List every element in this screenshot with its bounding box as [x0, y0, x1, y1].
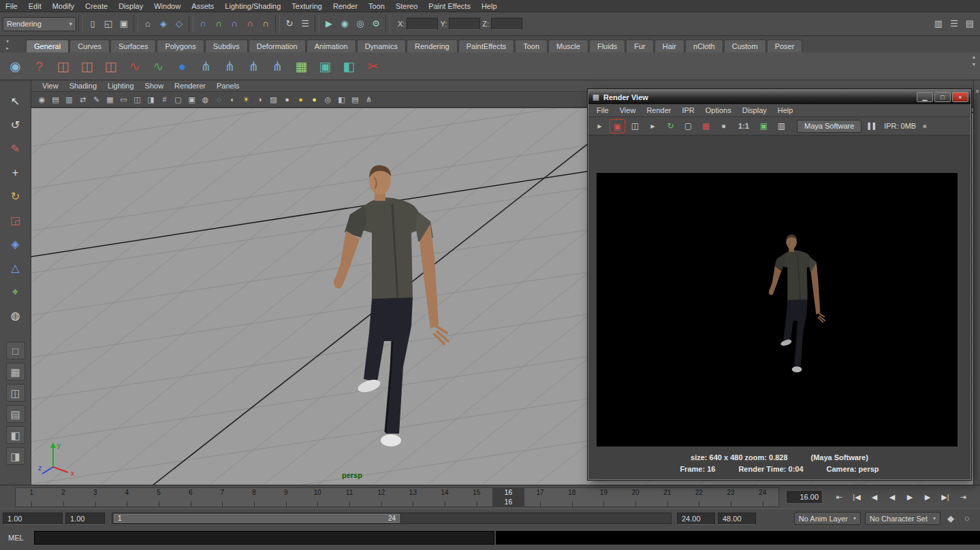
scale-tool-icon[interactable]: ◲: [5, 210, 26, 231]
frame-tick[interactable]: 7: [206, 488, 238, 506]
soft-modification-icon[interactable]: △: [5, 258, 26, 278]
low-quality-icon[interactable]: ●: [281, 93, 294, 106]
menu-item[interactable]: Toon: [363, 0, 390, 12]
step-forward-key-button[interactable]: ▶|: [937, 489, 953, 504]
menu-item[interactable]: Paint Effects: [423, 0, 476, 12]
panel-menu-item[interactable]: Panels: [211, 80, 245, 92]
channel-box-toggle-icon[interactable]: ▤: [962, 16, 977, 31]
menu-item[interactable]: File: [0, 0, 23, 12]
frame-tick[interactable]: 9: [270, 488, 302, 506]
frame-tick[interactable]: 4: [111, 488, 143, 506]
paint-effects-red-brush-icon[interactable]: ∿: [123, 55, 146, 78]
command-line-input[interactable]: [34, 531, 494, 545]
close-button[interactable]: ×: [952, 92, 968, 102]
step-back-frame-button[interactable]: ◀: [866, 489, 883, 504]
shading-node-tree-icon[interactable]: ⋔: [219, 55, 241, 78]
isolate-select-icon[interactable]: ◎: [321, 93, 334, 106]
go-to-end-button[interactable]: ⇥: [955, 489, 971, 504]
render-view-menu-item[interactable]: Help: [772, 104, 799, 117]
auto-keyframe-toggle-icon[interactable]: ○: [960, 511, 975, 526]
render-view-menu-item[interactable]: IPR: [676, 104, 699, 117]
playback-start-field[interactable]: 1.00: [65, 513, 105, 525]
create-camera-icon[interactable]: ◫: [52, 55, 74, 78]
toggle-region-icon[interactable]: ▣: [756, 119, 772, 133]
render-region-icon[interactable]: ▣: [610, 119, 625, 133]
make-live-icon[interactable]: ∩: [258, 16, 273, 31]
shading-node-down-icon[interactable]: ⋔: [266, 55, 289, 78]
paint-effects-green-brush-icon[interactable]: ∿: [147, 55, 170, 78]
refresh-render-icon[interactable]: ↻: [663, 119, 678, 133]
create-camera-aim-icon[interactable]: ◫: [76, 55, 98, 78]
snap-to-view-plane-icon[interactable]: ∩: [242, 16, 257, 31]
last-tool-icon[interactable]: ◍: [5, 306, 26, 326]
environment-sphere-icon[interactable]: ●: [171, 55, 193, 78]
two-d-pan-zoom-icon[interactable]: ⇄: [76, 93, 89, 106]
open-render-view-icon[interactable]: ▶: [321, 16, 336, 31]
field-chart-icon[interactable]: #: [158, 93, 171, 106]
frame-tick[interactable]: 21: [651, 488, 683, 506]
render-help-icon[interactable]: ?: [28, 55, 50, 78]
step-back-key-button[interactable]: |◀: [849, 489, 865, 504]
close-icon[interactable]: ✕: [974, 88, 980, 95]
pause-ipr-icon[interactable]: ▌▌: [868, 123, 878, 129]
layout-persp-outliner-icon[interactable]: ◧: [6, 426, 25, 444]
shelf-tab[interactable]: Fur: [626, 39, 654, 52]
textured-icon[interactable]: ▨: [267, 93, 280, 106]
range-slider-bar[interactable]: 1 24: [114, 514, 400, 523]
menu-item[interactable]: Display: [113, 0, 148, 12]
render-image-area[interactable]: [597, 173, 958, 447]
shelf-tab[interactable]: Curves: [69, 39, 110, 52]
share-view-icon[interactable]: ⋔: [362, 93, 375, 106]
lighting-icon[interactable]: ☀: [240, 93, 253, 106]
frame-tick[interactable]: 19: [588, 488, 620, 506]
shading-group-icon[interactable]: ▣: [314, 55, 336, 78]
safe-title-icon[interactable]: ▣: [185, 93, 198, 106]
shelf-tab[interactable]: Surfaces: [110, 39, 156, 52]
snap-to-curve-icon[interactable]: ∩: [211, 16, 226, 31]
render-settings-icon[interactable]: ⚙: [368, 16, 383, 31]
collapsed-side-panel[interactable]: ✕: [973, 80, 980, 485]
menu-item[interactable]: Modify: [47, 0, 80, 12]
list-input-output-icon[interactable]: ☰: [298, 16, 313, 31]
shading-node-network-icon[interactable]: ⋔: [195, 55, 217, 78]
render-current-frame-icon[interactable]: ◉: [337, 16, 352, 31]
new-scene-icon[interactable]: ▯: [85, 16, 100, 31]
grid-toggle-icon[interactable]: ▦: [104, 93, 116, 106]
panel-menu-item[interactable]: Shading: [64, 80, 102, 92]
redo-previous-render-icon[interactable]: ▸: [592, 119, 607, 133]
display-rgb-channels-icon[interactable]: ▦: [698, 119, 714, 133]
frame-tick[interactable]: 23: [715, 488, 747, 506]
ipr-redo-icon[interactable]: ▸: [645, 119, 661, 133]
frame-tick[interactable]: 14: [429, 488, 461, 506]
shadows-icon[interactable]: ◑: [253, 93, 266, 106]
outliner-toggle-icon[interactable]: ▤: [349, 93, 362, 106]
safe-action-icon[interactable]: ▢: [172, 93, 185, 106]
panel-menu-item[interactable]: Lighting: [102, 80, 140, 92]
panel-menu-item[interactable]: View: [37, 80, 64, 92]
universal-manipulator-icon[interactable]: ◈: [5, 234, 26, 255]
render-view-menu-item[interactable]: Render: [641, 104, 676, 117]
snapshot-icon[interactable]: ◫: [627, 119, 643, 133]
shelf-tab[interactable]: Polygons: [157, 39, 204, 52]
frame-tick[interactable]: 1: [16, 488, 48, 506]
snap-to-grid-icon[interactable]: ∩: [195, 16, 210, 31]
menu-item[interactable]: Render: [328, 0, 363, 12]
film-gate-icon[interactable]: ▭: [117, 93, 130, 106]
high-quality-icon[interactable]: ●: [308, 93, 321, 106]
frame-tick[interactable]: 8: [238, 488, 270, 506]
menu-item[interactable]: Lighting/Shading: [219, 0, 286, 12]
shelf-tab[interactable]: Subdivs: [205, 39, 248, 52]
render-region-marquee-icon[interactable]: ▢: [680, 119, 696, 133]
shelf-tab[interactable]: Hair: [654, 39, 684, 52]
play-backwards-button[interactable]: ◀: [884, 489, 900, 504]
frame-tick[interactable]: 3: [79, 488, 111, 506]
menu-item[interactable]: Assets: [186, 0, 219, 12]
select-hierarchy-icon[interactable]: ⌂: [140, 16, 155, 31]
frame-tick[interactable]: 13: [397, 488, 429, 506]
snapshot-options-icon[interactable]: ▥: [774, 119, 789, 133]
shelf-tab[interactable]: PaintEffects: [458, 39, 515, 52]
menu-item[interactable]: Create: [80, 0, 113, 12]
snap-to-point-icon[interactable]: ∩: [227, 16, 242, 31]
renderer-selector[interactable]: Maya Software: [797, 120, 862, 133]
shelf-item-arrow-icon[interactable]: ▸: [3, 45, 12, 51]
